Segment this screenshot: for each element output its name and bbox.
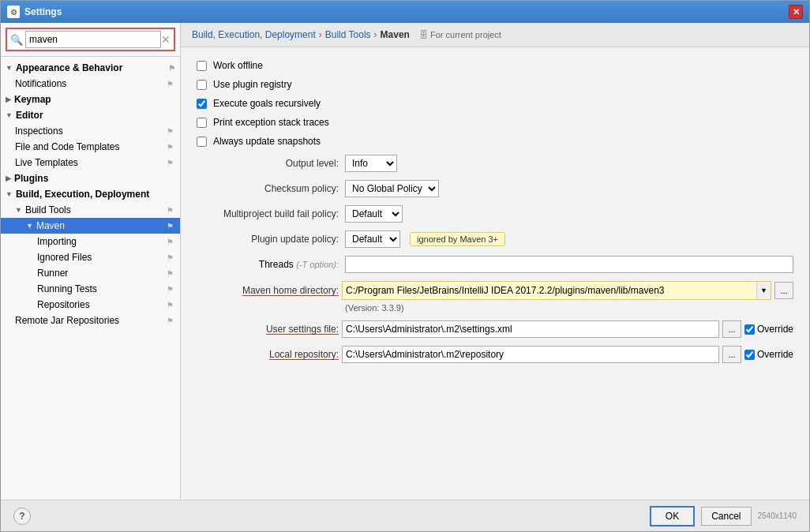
project-icon: 🗄 [419,30,428,39]
corner-size-label: 2540x1140 [758,511,797,520]
sidebar-item-label: Build, Execution, Deployment [16,189,149,200]
sidebar-item-build-tools[interactable]: ▼ Build Tools ⚑ [1,202,180,218]
local-repo-override-checkbox[interactable] [744,350,755,360]
search-input[interactable]: maven [25,31,161,48]
maven-home-label: Maven home directory: [197,285,339,296]
sidebar-item-label: Running Tests [37,283,97,294]
maven-home-input[interactable] [343,282,756,299]
sidebar-item-inspections[interactable]: Inspections ⚑ [1,123,180,139]
maven-home-browse-button[interactable]: ... [774,282,793,299]
hint-icon: ⚑ [168,64,175,73]
sidebar-item-label: Importing [37,236,77,247]
plugin-update-policy-select[interactable]: Default Always Never Interval [345,230,400,248]
local-repo-input[interactable] [342,346,719,363]
maven-version-row: (Version: 3.3.9) [197,303,793,313]
sidebar-item-label: Repositories [37,299,90,310]
sidebar-item-maven[interactable]: ▼ Maven ⚑ [1,218,180,234]
use-plugin-registry-checkbox[interactable] [197,80,207,90]
title-bar: ⚙ Settings ✕ [1,1,809,23]
multiproject-build-label: Multiproject build fail policy: [197,208,339,219]
sidebar-item-label: Inspections [15,126,63,137]
breadcrumb-sep-1: › [319,29,322,40]
output-level-label: Output level: [197,158,339,169]
hint-icon: ⚑ [167,80,174,88]
breadcrumb-part-2[interactable]: Build Tools [325,29,371,40]
work-offline-checkbox[interactable] [197,61,207,71]
sidebar-item-label: Runner [37,268,68,279]
breadcrumb: Build, Execution, Deployment › Build Too… [181,23,809,47]
hint-icon: ⚑ [167,253,174,262]
user-settings-override-checkbox[interactable] [744,324,755,335]
print-exception-checkbox[interactable] [197,118,207,128]
sidebar-item-remote-jar-repos[interactable]: Remote Jar Repositories ⚑ [1,313,180,328]
sidebar-item-build-exec-deploy[interactable]: ▼ Build, Execution, Deployment [1,186,180,202]
always-update-snapshots-checkbox[interactable] [197,137,207,147]
hint-icon: ⚑ [167,206,174,215]
threads-main-label: Threads [259,259,294,270]
maven-home-dropdown-arrow[interactable]: ▼ [756,282,771,299]
threads-input[interactable] [345,256,793,273]
breadcrumb-current: Maven [381,29,410,40]
sidebar-item-label: Plugins [14,173,48,184]
sidebar-item-live-templates[interactable]: Live Templates ⚑ [1,155,180,170]
local-repo-override-label: Override [757,349,793,360]
close-button[interactable]: ✕ [789,5,803,19]
sidebar-item-label: Maven [36,220,65,231]
output-level-select[interactable]: Info Debug Quiet [345,155,397,172]
user-settings-label: User settings file: [197,324,339,335]
user-settings-browse-button[interactable]: ... [722,320,741,338]
user-settings-override-label: Override [757,324,793,335]
checkbox-use-plugin-registry: Use plugin registry [197,79,793,90]
print-exception-label: Print exception stack traces [213,117,329,128]
sidebar-item-label: Build Tools [25,204,71,215]
threads-row: Threads (-T option): [197,256,793,273]
settings-body: Work offline Use plugin registry Execute… [181,47,809,500]
hint-icon: ⚑ [167,222,174,230]
cancel-button[interactable]: Cancel [701,507,751,526]
use-plugin-registry-label: Use plugin registry [213,79,291,90]
expand-arrow: ▼ [6,64,13,72]
execute-goals-checkbox[interactable] [197,99,207,109]
sidebar-item-editor[interactable]: ▼ Editor [1,107,180,123]
help-button[interactable]: ? [13,508,31,525]
checksum-policy-control: No Global Policy Fail Warn Ignore [345,180,793,197]
execute-goals-label: Execute goals recursively [213,98,321,109]
checksum-policy-select[interactable]: No Global Policy Fail Warn Ignore [345,180,439,197]
multiproject-build-select[interactable]: Default At end Never Fail fast [345,205,403,223]
threads-sub-label: (-T option): [296,260,339,269]
sidebar-item-notifications[interactable]: Notifications ⚑ [1,76,180,92]
breadcrumb-part-1[interactable]: Build, Execution, Deployment [192,29,316,40]
app-icon: ⚙ [7,6,20,18]
sidebar-item-ignored-files[interactable]: Ignored Files ⚑ [1,249,180,265]
hint-icon: ⚑ [167,143,174,152]
ignored-by-maven-badge: ignored by Maven 3+ [410,232,505,246]
plugin-update-policy-label: Plugin update policy: [197,234,339,245]
user-settings-input[interactable] [342,320,719,338]
sidebar-item-file-code-templates[interactable]: File and Code Templates ⚑ [1,139,180,155]
user-settings-row: User settings file: ... Override [197,320,793,338]
sidebar-item-runner[interactable]: Runner ⚑ [1,265,180,281]
sidebar-item-appearance-behavior[interactable]: ▼ Appearance & Behavior ⚑ [1,60,180,76]
sidebar-item-importing[interactable]: Importing ⚑ [1,234,180,249]
expand-arrow: ▼ [6,111,13,119]
sidebar-item-running-tests[interactable]: Running Tests ⚑ [1,281,180,297]
local-repo-label: Local repository: [197,349,339,360]
checkbox-work-offline: Work offline [197,60,793,71]
checksum-policy-label: Checksum policy: [197,183,339,194]
expand-arrow: ▼ [26,222,33,230]
expand-arrow: ▶ [6,96,11,103]
main-content: 🔍 maven ✕ ▼ Appearance & Behavior ⚑ Noti… [1,23,809,500]
sidebar-item-plugins[interactable]: ▶ Plugins [1,170,180,186]
search-clear-icon[interactable]: ✕ [161,33,171,46]
local-repo-browse-button[interactable]: ... [722,346,741,363]
sidebar-item-keymap[interactable]: ▶ Keymap [1,92,180,107]
ok-button[interactable]: OK [650,506,695,526]
breadcrumb-sep-2: › [374,29,377,40]
sidebar-item-label: File and Code Templates [15,141,120,152]
sidebar-item-repositories[interactable]: Repositories ⚑ [1,297,180,313]
hint-icon: ⚑ [167,317,174,325]
sidebar: 🔍 maven ✕ ▼ Appearance & Behavior ⚑ Noti… [1,23,181,500]
search-icon: 🔍 [10,34,23,46]
sidebar-item-label: Notifications [15,78,66,89]
nav-tree: ▼ Appearance & Behavior ⚑ Notifications … [1,57,180,500]
